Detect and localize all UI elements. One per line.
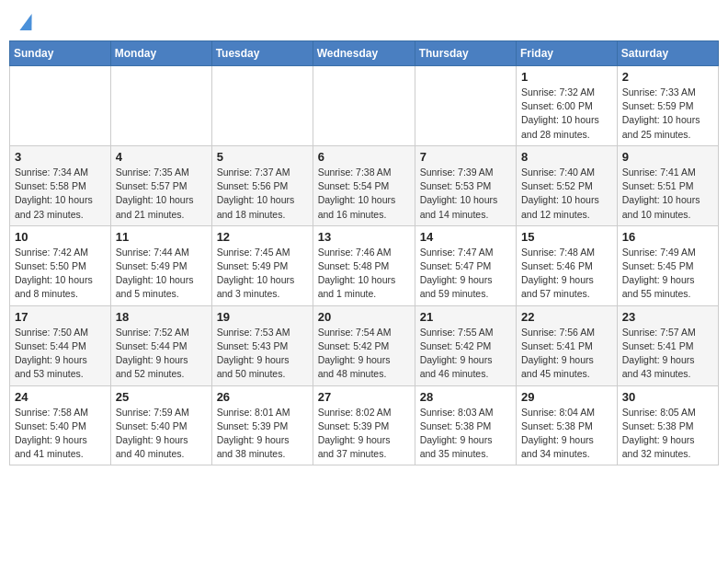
day-info: Sunrise: 7:58 AMSunset: 5:40 PMDaylight:… <box>15 406 106 462</box>
calendar-cell: 4Sunrise: 7:35 AMSunset: 5:57 PMDaylight… <box>110 145 211 225</box>
day-number: 7 <box>420 150 511 164</box>
day-info: Sunrise: 8:04 AMSunset: 5:38 PMDaylight:… <box>521 406 612 462</box>
calendar-cell: 3Sunrise: 7:34 AMSunset: 5:58 PMDaylight… <box>10 145 111 225</box>
day-number: 17 <box>15 310 106 324</box>
day-info: Sunrise: 7:54 AMSunset: 5:42 PMDaylight:… <box>318 326 410 382</box>
day-info: Sunrise: 7:47 AMSunset: 5:47 PMDaylight:… <box>420 246 511 302</box>
day-info: Sunrise: 7:46 AMSunset: 5:48 PMDaylight:… <box>318 246 410 302</box>
day-info: Sunrise: 7:42 AMSunset: 5:50 PMDaylight:… <box>15 246 106 302</box>
day-number: 21 <box>420 310 511 324</box>
logo <box>18 14 33 29</box>
day-info: Sunrise: 7:59 AMSunset: 5:40 PMDaylight:… <box>116 406 207 462</box>
calendar-cell: 9Sunrise: 7:41 AMSunset: 5:51 PMDaylight… <box>617 145 718 225</box>
day-info: Sunrise: 7:55 AMSunset: 5:42 PMDaylight:… <box>420 326 511 382</box>
day-number: 13 <box>318 230 410 244</box>
day-number: 5 <box>217 150 308 164</box>
day-number: 9 <box>622 150 713 164</box>
calendar-cell: 29Sunrise: 8:04 AMSunset: 5:38 PMDayligh… <box>517 385 618 465</box>
day-info: Sunrise: 7:53 AMSunset: 5:43 PMDaylight:… <box>217 326 308 382</box>
day-number: 26 <box>217 390 308 404</box>
day-number: 12 <box>217 230 308 244</box>
day-number: 27 <box>318 390 410 404</box>
week-row-4: 17Sunrise: 7:50 AMSunset: 5:44 PMDayligh… <box>10 305 719 385</box>
calendar-cell <box>110 66 211 146</box>
day-info: Sunrise: 7:45 AMSunset: 5:49 PMDaylight:… <box>217 246 308 302</box>
day-number: 6 <box>318 150 410 164</box>
day-info: Sunrise: 7:44 AMSunset: 5:49 PMDaylight:… <box>116 246 207 302</box>
header-thursday: Thursday <box>415 41 516 66</box>
day-info: Sunrise: 7:50 AMSunset: 5:44 PMDaylight:… <box>15 326 106 382</box>
calendar-cell: 7Sunrise: 7:39 AMSunset: 5:53 PMDaylight… <box>415 145 516 225</box>
calendar-cell: 12Sunrise: 7:45 AMSunset: 5:49 PMDayligh… <box>211 225 313 305</box>
day-info: Sunrise: 8:01 AMSunset: 5:39 PMDaylight:… <box>217 406 308 462</box>
calendar-cell: 23Sunrise: 7:57 AMSunset: 5:41 PMDayligh… <box>617 305 718 385</box>
calendar-cell: 25Sunrise: 7:59 AMSunset: 5:40 PMDayligh… <box>110 385 211 465</box>
calendar-table: SundayMondayTuesdayWednesdayThursdayFrid… <box>9 40 719 465</box>
calendar-cell <box>313 66 415 146</box>
calendar-cell: 27Sunrise: 8:02 AMSunset: 5:39 PMDayligh… <box>313 385 415 465</box>
day-number: 19 <box>217 310 308 324</box>
week-row-1: 1Sunrise: 7:32 AMSunset: 6:00 PMDaylight… <box>10 66 719 146</box>
calendar-cell: 17Sunrise: 7:50 AMSunset: 5:44 PMDayligh… <box>10 305 111 385</box>
calendar-cell: 26Sunrise: 8:01 AMSunset: 5:39 PMDayligh… <box>211 385 313 465</box>
calendar-cell: 22Sunrise: 7:56 AMSunset: 5:41 PMDayligh… <box>517 305 618 385</box>
calendar-cell: 5Sunrise: 7:37 AMSunset: 5:56 PMDaylight… <box>211 145 313 225</box>
day-info: Sunrise: 7:49 AMSunset: 5:45 PMDaylight:… <box>622 246 713 302</box>
day-info: Sunrise: 7:57 AMSunset: 5:41 PMDaylight:… <box>622 326 713 382</box>
day-number: 11 <box>116 230 207 244</box>
day-number: 28 <box>420 390 511 404</box>
week-row-2: 3Sunrise: 7:34 AMSunset: 5:58 PMDaylight… <box>10 145 719 225</box>
week-row-3: 10Sunrise: 7:42 AMSunset: 5:50 PMDayligh… <box>10 225 719 305</box>
calendar-cell: 14Sunrise: 7:47 AMSunset: 5:47 PMDayligh… <box>415 225 516 305</box>
day-info: Sunrise: 7:33 AMSunset: 5:59 PMDaylight:… <box>622 86 713 142</box>
day-number: 2 <box>622 70 713 84</box>
calendar-cell: 10Sunrise: 7:42 AMSunset: 5:50 PMDayligh… <box>10 225 111 305</box>
day-info: Sunrise: 7:35 AMSunset: 5:57 PMDaylight:… <box>116 166 207 222</box>
day-number: 3 <box>15 150 106 164</box>
day-number: 18 <box>116 310 207 324</box>
calendar-cell: 16Sunrise: 7:49 AMSunset: 5:45 PMDayligh… <box>617 225 718 305</box>
day-info: Sunrise: 7:56 AMSunset: 5:41 PMDaylight:… <box>521 326 612 382</box>
calendar-cell: 20Sunrise: 7:54 AMSunset: 5:42 PMDayligh… <box>313 305 415 385</box>
header-saturday: Saturday <box>617 41 718 66</box>
day-number: 20 <box>318 310 410 324</box>
header-sunday: Sunday <box>10 41 111 66</box>
day-number: 23 <box>622 310 713 324</box>
day-number: 14 <box>420 230 511 244</box>
calendar-cell: 15Sunrise: 7:48 AMSunset: 5:46 PMDayligh… <box>517 225 618 305</box>
day-number: 30 <box>622 390 713 404</box>
day-info: Sunrise: 7:39 AMSunset: 5:53 PMDaylight:… <box>420 166 511 222</box>
calendar-cell: 8Sunrise: 7:40 AMSunset: 5:52 PMDaylight… <box>517 145 618 225</box>
page-header <box>9 9 719 33</box>
calendar-cell: 2Sunrise: 7:33 AMSunset: 5:59 PMDaylight… <box>617 66 718 146</box>
day-info: Sunrise: 7:34 AMSunset: 5:58 PMDaylight:… <box>15 166 106 222</box>
calendar-cell: 21Sunrise: 7:55 AMSunset: 5:42 PMDayligh… <box>415 305 516 385</box>
calendar-cell <box>415 66 516 146</box>
calendar-cell: 18Sunrise: 7:52 AMSunset: 5:44 PMDayligh… <box>110 305 211 385</box>
day-number: 24 <box>15 390 106 404</box>
header-wednesday: Wednesday <box>313 41 415 66</box>
calendar-cell <box>211 66 313 146</box>
day-number: 29 <box>521 390 612 404</box>
day-info: Sunrise: 7:48 AMSunset: 5:46 PMDaylight:… <box>521 246 612 302</box>
calendar-cell: 19Sunrise: 7:53 AMSunset: 5:43 PMDayligh… <box>211 305 313 385</box>
day-info: Sunrise: 8:03 AMSunset: 5:38 PMDaylight:… <box>420 406 511 462</box>
calendar-cell: 6Sunrise: 7:38 AMSunset: 5:54 PMDaylight… <box>313 145 415 225</box>
calendar-cell: 28Sunrise: 8:03 AMSunset: 5:38 PMDayligh… <box>415 385 516 465</box>
calendar-cell: 11Sunrise: 7:44 AMSunset: 5:49 PMDayligh… <box>110 225 211 305</box>
calendar-cell: 1Sunrise: 7:32 AMSunset: 6:00 PMDaylight… <box>517 66 618 146</box>
calendar-cell: 13Sunrise: 7:46 AMSunset: 5:48 PMDayligh… <box>313 225 415 305</box>
day-info: Sunrise: 7:40 AMSunset: 5:52 PMDaylight:… <box>521 166 612 222</box>
day-number: 10 <box>15 230 106 244</box>
calendar-cell: 30Sunrise: 8:05 AMSunset: 5:38 PMDayligh… <box>617 385 718 465</box>
day-number: 1 <box>521 70 612 84</box>
header-monday: Monday <box>110 41 211 66</box>
day-number: 8 <box>521 150 612 164</box>
day-info: Sunrise: 7:52 AMSunset: 5:44 PMDaylight:… <box>116 326 207 382</box>
day-info: Sunrise: 7:41 AMSunset: 5:51 PMDaylight:… <box>622 166 713 222</box>
day-info: Sunrise: 7:32 AMSunset: 6:00 PMDaylight:… <box>521 86 612 142</box>
day-number: 22 <box>521 310 612 324</box>
day-info: Sunrise: 8:05 AMSunset: 5:38 PMDaylight:… <box>622 406 713 462</box>
day-number: 25 <box>116 390 207 404</box>
day-info: Sunrise: 7:38 AMSunset: 5:54 PMDaylight:… <box>318 166 410 222</box>
